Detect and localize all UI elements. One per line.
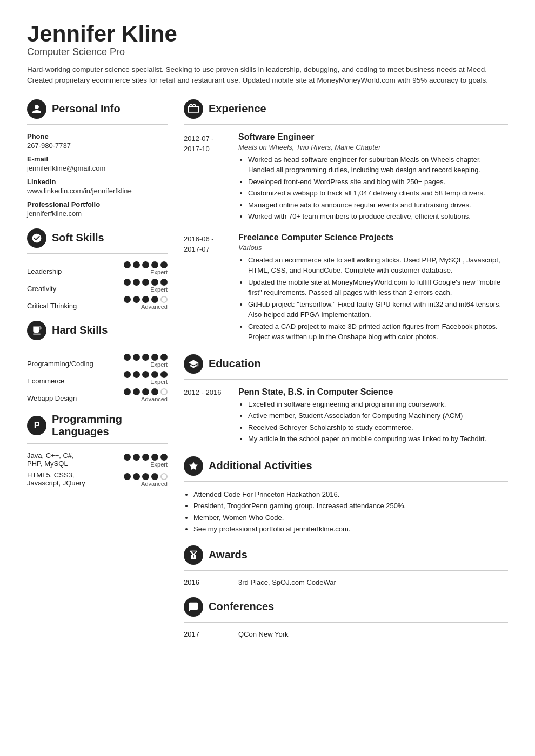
- programming-languages-header: P Programming Languages: [27, 413, 168, 438]
- personal-info-icon: [27, 99, 46, 119]
- skill-level: Expert: [150, 286, 168, 293]
- skill-dot: [124, 279, 131, 286]
- skill-dot: [160, 473, 168, 480]
- experience-list: 2012-07 - 2017-10 Software Engineer Meal…: [184, 132, 508, 343]
- personal-info-section: Personal Info Phone 267-980-7737 E-mail …: [27, 99, 168, 218]
- experience-content: Software Engineer Meals on Wheels, Two R…: [238, 132, 508, 223]
- soft-skills-list: Leadership Expert Creativity Expert Crit…: [27, 261, 168, 310]
- experience-org: Meals on Wheels, Two Rivers, Maine Chapt…: [238, 143, 508, 151]
- experience-header: Experience: [184, 99, 508, 119]
- bullet-item: Developed front-end WordPress site and b…: [248, 177, 508, 187]
- skill-name: Webapp Design: [27, 394, 86, 402]
- left-column: Personal Info Phone 267-980-7737 E-mail …: [27, 99, 168, 649]
- skill-name: Critical Thinking: [27, 302, 86, 310]
- award-text: 3rd Place, SpOJ.com CodeWar: [238, 578, 336, 586]
- additional-activities-title: Additional Activities: [209, 460, 312, 472]
- soft-skills-icon: [27, 228, 46, 248]
- skill-right: Expert: [124, 354, 168, 368]
- conferences-title: Conferences: [209, 600, 274, 613]
- activity-item: President, TrogdorPenn gaming group. Inc…: [193, 501, 508, 511]
- hard-skills-title: Hard Skills: [52, 324, 108, 336]
- skill-dot: [142, 388, 149, 395]
- bullet-item: Active member, Student Association for C…: [248, 410, 508, 421]
- skill-level: Expert: [150, 361, 168, 368]
- education-section: Education 2012 - 2016 Penn State, B.S. i…: [184, 354, 508, 446]
- experience-dates: 2016-06 - 2017-07: [184, 233, 230, 343]
- skill-dot: [142, 296, 149, 303]
- skill-dot: [151, 371, 158, 378]
- phone-value: 267-980-7737: [27, 141, 168, 150]
- skill-dot: [160, 371, 168, 378]
- candidate-name: Jennifer Kline: [27, 22, 508, 46]
- experience-section: Experience 2012-07 - 2017-10 Software En…: [184, 99, 508, 343]
- skill-dot: [142, 473, 149, 480]
- skill-dot: [160, 388, 168, 395]
- skill-dot: [160, 261, 168, 268]
- education-header: Education: [184, 354, 508, 374]
- conferences-icon: [184, 597, 203, 617]
- experience-job-title: Freelance Computer Science Projects: [238, 233, 508, 242]
- skill-dot: [160, 354, 168, 361]
- hard-skills-list: Programming/Coding Expert Ecommerce Expe…: [27, 354, 168, 402]
- skill-dot: [160, 454, 168, 461]
- experience-entry: 2016-06 - 2017-07 Freelance Computer Sci…: [184, 233, 508, 343]
- experience-title: Experience: [209, 103, 266, 115]
- skill-row: Java, C++, C#, PHP, MySQL Expert: [27, 451, 168, 468]
- skill-dot: [133, 354, 140, 361]
- skill-dot: [151, 354, 158, 361]
- skill-right: Advanced: [124, 473, 168, 487]
- skill-dot: [133, 454, 140, 461]
- skill-dot: [133, 473, 140, 480]
- conference-text: QCon New York: [238, 630, 289, 638]
- conference-entry: 2017 QCon New York: [184, 630, 508, 638]
- activity-item: See my professional portfolio at jennife…: [193, 524, 508, 535]
- bullet-item: Customized a webapp to track all 1,047 d…: [248, 188, 508, 199]
- experience-org: Various: [238, 244, 508, 252]
- additional-activities-header: Additional Activities: [184, 456, 508, 476]
- bullet-item: Managed online ads to announce regular e…: [248, 200, 508, 211]
- candidate-title: Computer Science Pro: [27, 46, 508, 58]
- award-year: 2016: [184, 578, 230, 586]
- additional-activities-section: Additional Activities Attended Code For …: [184, 456, 508, 535]
- bullet-item: Received Schreyer Scholarship to study e…: [248, 422, 508, 433]
- education-title: Education: [209, 357, 261, 370]
- education-icon: [184, 354, 203, 374]
- skill-name: Leadership: [27, 267, 86, 275]
- right-column: Experience 2012-07 - 2017-10 Software En…: [184, 99, 508, 649]
- skill-name: HTML5, CSS3, Javascript, JQuery: [27, 471, 86, 487]
- activity-item: Member, Women Who Code.: [193, 512, 508, 523]
- skill-dot: [124, 354, 131, 361]
- skill-right: Expert: [124, 261, 168, 275]
- hard-skills-header: Hard Skills: [27, 321, 168, 340]
- skill-dot: [142, 354, 149, 361]
- conferences-list: 2017 QCon New York: [184, 630, 508, 638]
- hard-skills-section: Hard Skills Programming/Coding Expert Ec…: [27, 321, 168, 402]
- skill-level: Expert: [150, 461, 168, 468]
- email-value: jenniferfkline@gmail.com: [27, 164, 168, 172]
- skill-dot: [151, 261, 158, 268]
- programming-languages-title: Programming Languages: [52, 413, 168, 438]
- skill-dot: [124, 371, 131, 378]
- awards-title: Awards: [209, 549, 248, 561]
- skill-row: Leadership Expert: [27, 261, 168, 275]
- experience-entry: 2012-07 - 2017-10 Software Engineer Meal…: [184, 132, 508, 223]
- portfolio-label: Professional Portfolio: [27, 200, 168, 208]
- skill-level: Advanced: [141, 481, 168, 487]
- skill-name: Java, C++, C#, PHP, MySQL: [27, 451, 86, 468]
- skill-row: HTML5, CSS3, Javascript, JQuery Advanced: [27, 471, 168, 487]
- skill-row: Programming/Coding Expert: [27, 354, 168, 368]
- award-entry: 2016 3rd Place, SpOJ.com CodeWar: [184, 578, 508, 586]
- experience-content: Freelance Computer Science Projects Vari…: [238, 233, 508, 343]
- bullet-item: My article in the school paper on mobile…: [248, 434, 508, 444]
- conferences-header: Conferences: [184, 597, 508, 617]
- skill-dot: [124, 454, 131, 461]
- programming-languages-list: Java, C++, C#, PHP, MySQL Expert HTML5, …: [27, 451, 168, 487]
- resume-header: Jennifer Kline Computer Science Pro Hard…: [27, 22, 508, 86]
- portfolio-value: jenniferfkline.com: [27, 210, 168, 218]
- awards-section: Awards 2016 3rd Place, SpOJ.com CodeWar: [184, 545, 508, 586]
- education-degree-title: Penn State, B.S. in Computer Science: [238, 387, 508, 397]
- skill-dot: [133, 296, 140, 303]
- skill-dot: [124, 261, 131, 268]
- activity-item: Attended Code For Princeton Hackathon 20…: [193, 489, 508, 500]
- personal-info-title: Personal Info: [52, 103, 121, 115]
